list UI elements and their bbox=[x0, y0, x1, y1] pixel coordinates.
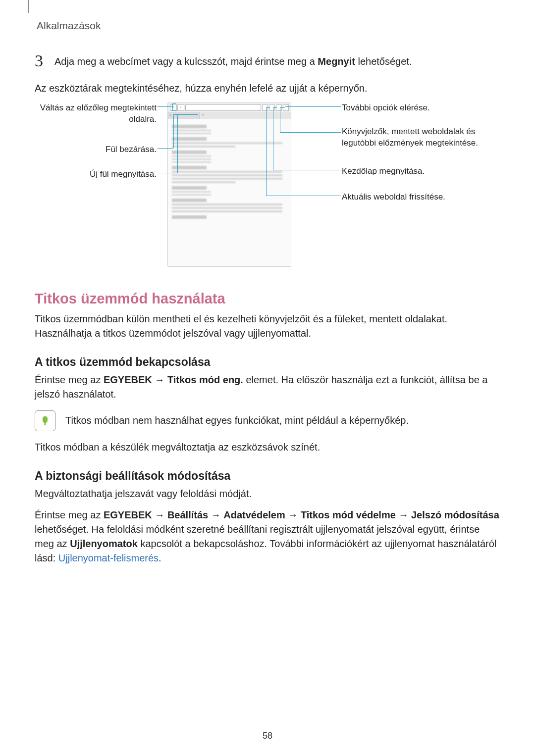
browser-diagram: Váltás az előzőleg megtekintett oldalra.… bbox=[35, 102, 500, 276]
svg-rect-0 bbox=[44, 424, 46, 425]
callout-homepage: Kezdőlap megnyitása. bbox=[342, 166, 425, 177]
enable-paragraph: Érintse meg az EGYEBEK → Titkos mód eng.… bbox=[35, 373, 500, 402]
t: → bbox=[152, 374, 167, 385]
link-fingerprint[interactable]: Ujjlenyomat-felismerés bbox=[58, 553, 159, 563]
step-text-a: Adja meg a webcímet vagy a kulcsszót, ma… bbox=[54, 56, 318, 67]
callout-prev-page: Váltás az előzőleg megtekintett oldalra. bbox=[35, 102, 157, 125]
subheading-security: A biztonsági beállítások módosítása bbox=[35, 469, 500, 483]
t: EGYEBEK bbox=[104, 509, 152, 520]
t: → bbox=[152, 509, 167, 520]
subheading-enable: A titkos üzemmód bekapcsolása bbox=[35, 355, 500, 369]
note-icon bbox=[35, 410, 55, 431]
t: Beállítás bbox=[167, 509, 208, 520]
page-number: 58 bbox=[0, 731, 535, 741]
callout-new-tab: Új fül megnyitása. bbox=[90, 169, 157, 180]
step-text-b: lehetőséget. bbox=[355, 56, 412, 67]
t: Jelszó módosítása bbox=[411, 509, 499, 520]
t: → bbox=[208, 509, 223, 520]
t: . bbox=[159, 553, 161, 563]
t: Titkos mód védelme bbox=[301, 509, 396, 520]
callout-close-tab: Fül bezárása. bbox=[106, 144, 157, 155]
t: Érintse meg az bbox=[35, 374, 104, 385]
section-heading-secret-mode: Titkos üzemmód használata bbox=[35, 291, 500, 307]
step-text-bold: Megnyit bbox=[318, 56, 355, 67]
pre-diagram-text: Az eszköztárak megtekintéséhez, húzza en… bbox=[35, 81, 500, 96]
note-text: Titkos módban nem használhat egyes funkc… bbox=[65, 413, 409, 428]
t: Ujjlenyomatok bbox=[70, 538, 138, 549]
callout-bookmarks: Könyvjelzők, mentett weboldalak és legut… bbox=[342, 126, 500, 149]
step-text: Adja meg a webcímet vagy a kulcsszót, ma… bbox=[54, 54, 500, 69]
secret-intro: Titkos üzemmódban külön mentheti el és k… bbox=[35, 312, 500, 341]
after-note-text: Titkos módban a készülék megváltoztatja … bbox=[35, 440, 500, 454]
t: Adatvédelem bbox=[223, 509, 285, 520]
t: Titkos mód eng. bbox=[167, 374, 243, 385]
security-p2: Érintse meg az EGYEBEK → Beállítás → Ada… bbox=[35, 508, 500, 565]
t: Érintse meg az bbox=[35, 509, 104, 520]
security-p1: Megváltoztathatja jelszavát vagy feloldá… bbox=[35, 487, 500, 501]
callout-refresh: Aktuális weboldal frissítése. bbox=[342, 192, 445, 203]
callout-more-options: További opciók elérése. bbox=[342, 102, 430, 114]
step-number: 3 bbox=[35, 52, 46, 69]
t: → bbox=[396, 509, 411, 520]
t: EGYEBEK bbox=[104, 374, 152, 385]
t: → bbox=[285, 509, 301, 520]
page-header: Alkalmazások bbox=[37, 20, 500, 32]
